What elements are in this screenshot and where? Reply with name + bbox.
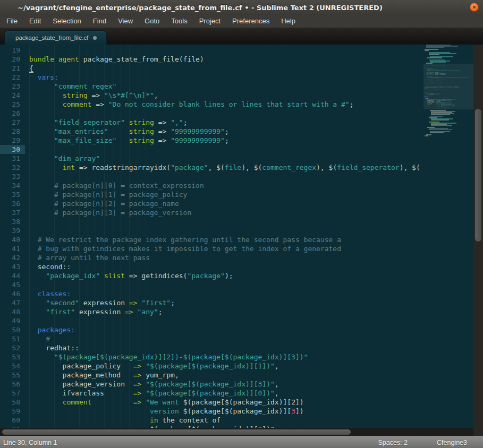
menu-item-edit[interactable]: Edit: [23, 15, 47, 28]
minimap-viewport[interactable]: [423, 64, 473, 109]
line-number[interactable]: 47: [0, 298, 25, 307]
code-line: [29, 109, 423, 118]
line-number[interactable]: 57: [0, 389, 25, 398]
line-number[interactable]: 25: [0, 100, 25, 109]
menu-item-preferences[interactable]: Preferences: [226, 15, 275, 28]
line-number[interactable]: 29: [0, 136, 25, 145]
menu-item-view[interactable]: View: [112, 15, 139, 28]
indent-setting[interactable]: Spaces: 2: [378, 439, 408, 446]
editor[interactable]: 1920212223242526272829303132333435363738…: [0, 45, 483, 436]
code-line: [29, 280, 423, 289]
code-line: comment => "Do not consider blank lines …: [29, 100, 423, 109]
minimap[interactable]: bundle agent package_state_from_file(fil…: [423, 45, 473, 436]
line-number[interactable]: 60: [0, 416, 25, 425]
code-line: version $(package[$(package_idx)][3]): [29, 407, 423, 416]
line-number[interactable]: 20: [0, 55, 25, 64]
line-number[interactable]: 48: [0, 307, 25, 316]
line-number[interactable]: 43: [0, 262, 25, 271]
code-line: "comment_regex": [29, 82, 423, 91]
line-number[interactable]: 45: [0, 280, 25, 289]
line-number[interactable]: 24: [0, 91, 25, 100]
line-number[interactable]: 19: [0, 46, 25, 55]
line-number[interactable]: 49: [0, 316, 25, 325]
close-icon: ×: [472, 4, 476, 10]
line-number[interactable]: 42: [0, 253, 25, 262]
code-line: [29, 172, 423, 181]
close-button[interactable]: ×: [470, 3, 479, 12]
code-line: [29, 316, 423, 325]
line-number[interactable]: 32: [0, 163, 25, 172]
code-line: classes:: [29, 289, 423, 298]
menu-item-find[interactable]: Find: [87, 15, 112, 28]
line-number[interactable]: 51: [0, 334, 25, 343]
line-number[interactable]: 59: [0, 407, 25, 416]
code-line: second::: [29, 262, 423, 271]
line-number[interactable]: 55: [0, 371, 25, 380]
line-number[interactable]: 22: [0, 73, 25, 82]
line-number[interactable]: 31: [0, 154, 25, 163]
line-number[interactable]: 26: [0, 109, 25, 118]
menu-item-project[interactable]: Project: [193, 15, 226, 28]
line-number[interactable]: 36: [0, 199, 25, 208]
line-number[interactable]: 38: [0, 217, 25, 226]
code-line: redhat::: [29, 343, 423, 352]
tab-package-state-from-file[interactable]: package_state_from_file.cf: [4, 30, 107, 45]
minimap-above-content: [423, 45, 473, 64]
code-line: # package[n][3] = package_version: [29, 208, 423, 217]
line-number[interactable]: 56: [0, 380, 25, 389]
line-number[interactable]: 46: [0, 289, 25, 298]
code-line: # package[n][1] = package_policy: [29, 190, 423, 199]
code-line: package_version => "$(package[$(package_…: [29, 380, 423, 389]
line-number[interactable]: 40: [0, 235, 25, 244]
status-bar: Line 30, Column 1 Spaces: 2 Cfengine3: [0, 436, 483, 448]
vertical-scrollbar-thumb[interactable]: [475, 109, 481, 242]
horizontal-scrollbar[interactable]: [0, 428, 473, 436]
code-line: "field_seperator" string => ",";: [29, 118, 423, 127]
line-number[interactable]: 54: [0, 361, 25, 371]
line-number[interactable]: 44: [0, 271, 25, 280]
menu-item-goto[interactable]: Goto: [139, 15, 165, 28]
tab-bar: package_state_from_file.cf: [0, 28, 483, 45]
syntax-mode[interactable]: Cfengine3: [437, 439, 467, 446]
menu-item-selection[interactable]: Selection: [47, 15, 87, 28]
code-line: "second" expression => "first";: [29, 298, 423, 307]
code-line: "first" expression => "any";: [29, 307, 423, 316]
line-number[interactable]: 39: [0, 226, 25, 235]
title-bar[interactable]: ~/vagrant/cfengine_enterprise/package_st…: [0, 0, 483, 15]
code-area[interactable]: bundle agent package_state_from_file(fil…: [29, 46, 423, 434]
line-number-gutter[interactable]: 1920212223242526272829303132333435363738…: [0, 46, 25, 434]
line-number[interactable]: 50: [0, 325, 25, 334]
horizontal-scrollbar-thumb[interactable]: [2, 429, 351, 435]
menu-item-tools[interactable]: Tools: [165, 15, 193, 28]
code-line: [29, 46, 423, 55]
code-line: string => "\s*#[^\n]*",: [29, 91, 423, 100]
line-number[interactable]: 58: [0, 398, 25, 407]
line-number[interactable]: 53: [0, 352, 25, 361]
code-line: package_policy => "$(package[$(package_i…: [29, 361, 423, 371]
code-line: vars:: [29, 73, 423, 82]
line-number[interactable]: 21: [0, 64, 25, 73]
line-number[interactable]: 28: [0, 127, 25, 136]
line-number[interactable]: 27: [0, 118, 25, 127]
line-number[interactable]: 41: [0, 244, 25, 253]
code-line: {: [29, 64, 423, 73]
line-number[interactable]: 37: [0, 208, 25, 217]
code-line: comment => "We want $(package[$(package_…: [29, 398, 423, 407]
line-number[interactable]: 23: [0, 82, 25, 91]
code-line: # package[n][0] = context_expression: [29, 181, 423, 190]
code-line: # bug with getindices makes it impossibl…: [29, 244, 423, 253]
code-line: in the context of: [29, 416, 423, 425]
vertical-scrollbar[interactable]: [473, 45, 483, 436]
code-line: package_method => yum_rpm,: [29, 371, 423, 380]
line-number[interactable]: 34: [0, 181, 25, 190]
line-number[interactable]: 33: [0, 172, 25, 181]
bracket-match-underline: [29, 72, 33, 73]
line-number[interactable]: 30: [0, 145, 25, 154]
line-number[interactable]: 35: [0, 190, 25, 199]
menu-bar: FileEditSelectionFindViewGotoToolsProjec…: [0, 15, 483, 28]
code-line: [29, 145, 423, 154]
menu-item-help[interactable]: Help: [275, 15, 301, 28]
menu-item-file[interactable]: File: [1, 15, 23, 28]
sublime-window: ~/vagrant/cfengine_enterprise/package_st…: [0, 0, 483, 448]
line-number[interactable]: 52: [0, 343, 25, 352]
